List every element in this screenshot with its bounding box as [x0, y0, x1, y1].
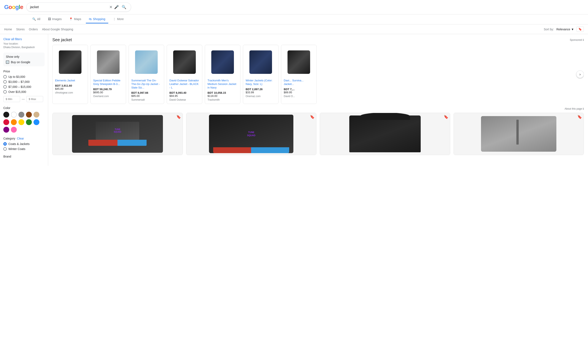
buy-on-google-row[interactable]: 🛒 Buy on Google: [6, 60, 42, 64]
category-clear-link[interactable]: Clear: [17, 137, 24, 140]
google-logo[interactable]: Google: [4, 4, 23, 10]
color-swatch-green[interactable]: [26, 119, 32, 125]
about-page-link[interactable]: About this page ℹ: [52, 107, 584, 110]
product-name[interactable]: David Outwear Salvador Leather Jacket - …: [169, 79, 200, 90]
category-option-1[interactable]: Winter Coats: [3, 147, 45, 151]
product-usd: $89.95: [284, 91, 314, 94]
tab-images-label: Images: [52, 17, 62, 21]
color-swatch-purple[interactable]: [3, 127, 9, 133]
product-usd: $95.00: [131, 94, 161, 98]
price-option-1[interactable]: $3,000 – $7,000: [3, 80, 45, 84]
color-section: Color: [3, 106, 45, 133]
sub-nav-orders[interactable]: Orders: [29, 28, 38, 31]
price-option-0[interactable]: Up to $3,000: [3, 75, 45, 78]
sidebar: Clear all filters Your location: Dhaka D…: [0, 34, 48, 166]
product-name[interactable]: Davi... Surviva... Jacket...: [284, 79, 314, 86]
color-swatch-beige[interactable]: [33, 112, 39, 117]
sponsored-product-card[interactable]: Special Edition Pebble Grey Sheepskin B-…: [90, 45, 126, 104]
color-swatch-pink[interactable]: [11, 127, 17, 133]
bookmark-button-1[interactable]: 🔖: [310, 115, 314, 119]
about-info-icon: ℹ: [583, 107, 584, 110]
category-radio-0[interactable]: [3, 142, 7, 146]
about-page-text: About this page: [565, 107, 582, 110]
grid-card-1[interactable]: 🔖 TUNESQUAD: [186, 113, 317, 155]
category-radio-1[interactable]: [3, 147, 7, 151]
sponsored-product-card[interactable]: Davi... Surviva... Jacket... BDT 7,... $…: [281, 45, 317, 104]
bookmark-button-2[interactable]: 🔖: [444, 115, 448, 119]
tab-all[interactable]: 🔍 All: [29, 15, 43, 23]
sort-dropdown[interactable]: Relevance ▼: [556, 28, 574, 31]
price-radio-3[interactable]: [3, 90, 7, 93]
category-title: Category: [3, 137, 15, 140]
sub-nav: Home Stores Orders About Google Shopping…: [0, 25, 588, 34]
info-icon[interactable]: ℹ: [583, 39, 584, 41]
images-icon: 🖼: [48, 17, 51, 21]
price-label-2: $7,000 – $15,000: [8, 85, 31, 89]
price-max-input[interactable]: [26, 96, 43, 102]
voice-search-button[interactable]: 🎤: [114, 5, 119, 9]
product-usd: $695.00: [93, 91, 123, 94]
grid-card-image-1: 🔖 TUNESQUAD: [186, 113, 316, 155]
search-input[interactable]: [30, 5, 108, 9]
buy-on-google-label: Buy on Google: [11, 60, 30, 64]
scroll-right-arrow[interactable]: ›: [576, 71, 584, 78]
sponsored-product-card[interactable]: Elements Jacket BDT 3,911.60 $45.89 cfmo…: [52, 45, 88, 104]
price-radio-2[interactable]: [3, 85, 7, 89]
products-grid: 🔖 TUNESQUAD 🔖 TU: [52, 113, 584, 155]
color-swatch-gray[interactable]: [18, 112, 24, 117]
product-name[interactable]: Tracksmith Men's Medium Session Jacket i…: [207, 79, 238, 90]
grid-card-image-3: 🔖: [454, 113, 584, 155]
product-name[interactable]: Elements Jacket: [55, 79, 85, 82]
color-swatch-yellow[interactable]: [18, 119, 24, 125]
color-swatch-black[interactable]: [3, 112, 9, 117]
clear-all-filters-link[interactable]: Clear all filters: [3, 38, 45, 41]
product-name[interactable]: Special Edition Pebble Grey Sheepskin B-…: [93, 79, 123, 86]
tab-more[interactable]: ⋮ More: [110, 15, 127, 23]
all-icon: 🔍: [32, 17, 36, 21]
sub-nav-about[interactable]: About Google Shopping: [42, 28, 73, 31]
search-bar: ✕ 🎤 🔍: [26, 2, 131, 12]
sub-nav-home[interactable]: Home: [4, 28, 12, 31]
tab-shopping[interactable]: 🛍 Shopping: [86, 15, 108, 23]
tab-shopping-label: Shopping: [93, 17, 105, 21]
grid-card-2[interactable]: 🔖: [320, 113, 450, 155]
grid-card-0[interactable]: 🔖 TUNESQUAD: [52, 113, 183, 155]
product-bdt: BDT 10,058.15: [207, 91, 238, 94]
color-swatch-orange[interactable]: [11, 119, 17, 125]
product-name[interactable]: Summersalt The On-The-Go Zip-Up Jacket -…: [131, 79, 161, 90]
product-image-area: [246, 47, 276, 77]
price-option-3[interactable]: Over $15,000: [3, 90, 45, 93]
price-section: Price Up to $3,000 $3,000 – $7,000 $7,00…: [3, 70, 45, 102]
color-swatch-white[interactable]: [11, 112, 17, 117]
clear-search-button[interactable]: ✕: [109, 5, 113, 9]
location-value: Dhaka Division, Bangladesh: [3, 46, 35, 49]
sponsored-product-card[interactable]: David Outwear Salvador Leather Jacket - …: [167, 45, 202, 104]
bookmark-button-0[interactable]: 🔖: [176, 115, 181, 119]
price-option-2[interactable]: $7,000 – $15,000: [3, 85, 45, 89]
more-icon: ⋮: [113, 17, 116, 21]
color-swatch-blue[interactable]: [33, 119, 39, 125]
see-jacket-title: See jacket: [52, 38, 72, 42]
color-swatch-brown[interactable]: [26, 112, 32, 117]
product-name[interactable]: Winter Jackets (Color: Navy, Size: L): [246, 79, 276, 86]
search-button[interactable]: 🔍: [120, 4, 127, 10]
tab-maps[interactable]: 📍 Maps: [66, 15, 84, 23]
sponsored-product-card[interactable]: Winter Jackets (Color: Navy, Size: L) BD…: [243, 45, 279, 104]
buy-on-google-checkbox[interactable]: 🛒: [6, 60, 9, 64]
bookmark-button-3[interactable]: 🔖: [577, 115, 582, 119]
tab-images[interactable]: 🖼 Images: [45, 15, 65, 23]
price-radio-1[interactable]: [3, 80, 7, 84]
bookmark-toggle-button[interactable]: 🔖: [576, 26, 584, 32]
product-image-area: [131, 47, 161, 77]
color-swatch-red[interactable]: [3, 119, 9, 125]
sort-chevron-icon: ▼: [571, 28, 574, 31]
product-bdt: BDT 2,897.26: [246, 88, 276, 91]
category-option-0[interactable]: Coats & Jackets: [3, 142, 45, 146]
price-min-input[interactable]: [3, 96, 20, 102]
price-radio-0[interactable]: [3, 75, 7, 78]
sponsored-product-card[interactable]: Tracksmith Men's Medium Session Jacket i…: [205, 45, 241, 104]
sub-nav-stores[interactable]: Stores: [16, 28, 25, 31]
grid-card-3[interactable]: 🔖: [454, 113, 584, 155]
sponsored-product-card[interactable]: Summersalt The On-The-Go Zip-Up Jacket -…: [129, 45, 164, 104]
price-label-3: Over $15,000: [8, 90, 26, 93]
